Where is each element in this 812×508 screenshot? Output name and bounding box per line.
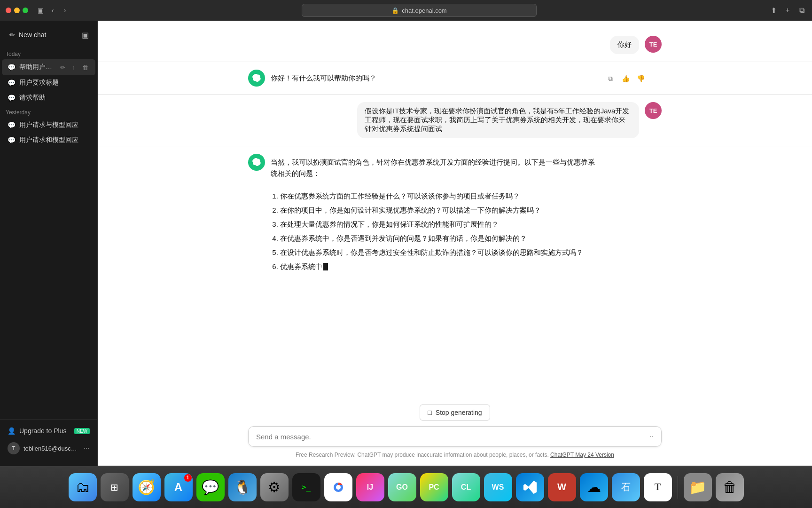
dock-item-idea[interactable]: IJ — [356, 473, 384, 501]
dock-item-launchpad[interactable]: ⊞ — [101, 473, 129, 501]
lock-icon: 🔒 — [391, 7, 399, 14]
copy-button-1[interactable]: ⧉ — [604, 72, 617, 85]
assistant-message-content-1: 你好！有什么我可以帮助你的吗？ ⧉ 👍 👎 — [271, 70, 600, 87]
dock-item-terminal[interactable]: >_ — [292, 473, 320, 501]
question-list: 你在优惠券系统方面的工作经验是什么？可以谈谈你参与的项目或者任务吗？ 在你的项目… — [271, 190, 600, 272]
dock-item-appstore[interactable]: A 1 — [164, 473, 193, 501]
yesterday-section-label: Yesterday — [0, 105, 97, 118]
user-row[interactable]: T tebilen516@duscore.com ··· — [2, 438, 95, 458]
dock-item-chrome[interactable] — [324, 473, 352, 501]
dock-item-trash[interactable]: 🗑 — [716, 473, 744, 501]
dock-item-clion[interactable]: CL — [452, 473, 480, 501]
chat-icon-3: 💬 — [8, 94, 16, 102]
sidebar-top: ✏ New chat ▣ — [0, 24, 97, 47]
url-text: chat.openai.com — [402, 7, 446, 14]
sidebar-item-user-title[interactable]: 💬 用户要求标题 — [2, 75, 95, 90]
sidebar-item-text-2: 用户要求标题 — [19, 79, 90, 87]
user-bubble-1: 你好 — [610, 36, 639, 54]
url-input[interactable]: 🔒 chat.openai.com — [302, 4, 537, 17]
new-tab-icon[interactable]: + — [783, 6, 792, 15]
user-name: tebilen516@duscore.com — [23, 445, 80, 452]
user-more-button[interactable]: ··· — [84, 444, 90, 452]
today-section-label: Today — [0, 47, 97, 59]
dock-item-webstorm[interactable]: WS — [484, 473, 512, 501]
disclaimer-link[interactable]: ChatGPT May 24 Version — [550, 452, 614, 458]
disclaimer-text: Free Research Preview. ChatGPT may produ… — [296, 452, 549, 458]
dock-item-safari[interactable]: 🧭 — [133, 473, 161, 501]
assistant-message-content-2: 当然，我可以扮演面试官的角色，针对你在优惠券系统开发方面的经验进行提问。以下是一… — [271, 154, 600, 275]
gpt-avatar-1 — [248, 70, 265, 87]
message-input[interactable] — [256, 433, 646, 441]
dock-item-typora[interactable]: T — [644, 473, 672, 501]
message-row-assistant-2: 当然，我可以扮演面试官的角色，针对你在优惠券系统开发方面的经验进行提问。以下是一… — [98, 148, 812, 281]
user-bubble-2: 假设你是IT技术专家，现在要求你扮演面试官的角色，我是有5年工作经验的Java开… — [357, 102, 639, 138]
send-button[interactable]: ·· — [649, 432, 654, 441]
new-chat-label: New chat — [19, 31, 46, 39]
user-avatar: T — [8, 442, 20, 454]
minimize-button[interactable] — [14, 8, 20, 13]
address-bar: 🔒 chat.openai.com — [73, 4, 765, 17]
thumbup-button-1[interactable]: 👍 — [619, 72, 632, 85]
dock-item-wps[interactable]: W — [548, 473, 576, 501]
chat-icon-1: 💬 — [8, 64, 16, 71]
close-button[interactable] — [6, 8, 11, 13]
share-icon[interactable]: ⬆ — [769, 6, 778, 15]
disclaimer: Free Research Preview. ChatGPT may produ… — [248, 452, 662, 458]
user-message-text-1: 你好 — [617, 40, 632, 48]
sidebar-item-help-request[interactable]: 💬 帮助用户的请求 ✏ ↑ 🗑 — [2, 59, 95, 75]
sidebar-toggle-icon[interactable]: ▣ — [36, 6, 45, 15]
share-button-1[interactable]: ↑ — [69, 63, 78, 72]
thumbdown-button-1[interactable]: 👎 — [634, 72, 647, 85]
dock-item-qq[interactable]: 🐧 — [228, 473, 257, 501]
question-item-5: 在设计优惠券系统时，你是否考虑过安全性和防止欺诈的措施？可以谈谈你的思路和实施方… — [280, 247, 600, 258]
user-message-text-2: 假设你是IT技术专家，现在要求你扮演面试官的角色，我是有5年工作经验的Java开… — [365, 107, 629, 133]
sidebar-item-request-help[interactable]: 💬 请求帮助 — [2, 90, 95, 105]
divider-1 — [98, 62, 812, 62]
dock-item-vscode[interactable] — [516, 473, 544, 501]
dock-item-finder[interactable]: 🗂 — [69, 473, 97, 501]
dock-separator — [678, 476, 678, 499]
message-row-assistant-1: 你好！有什么我可以帮助你的吗？ ⧉ 👍 👎 — [98, 64, 812, 92]
forward-button[interactable]: › — [60, 6, 70, 15]
upgrade-label: Upgrade to Plus — [19, 427, 66, 435]
new-chat-icon: ✏ — [9, 31, 15, 39]
dock-item-files[interactable]: 📁 — [684, 473, 712, 501]
dock: 🗂 ⊞ 🧭 A 1 💬 🐧 ⚙ >_ IJ GO PC CL WS W ☁ 石 … — [0, 466, 812, 508]
stop-generating-button[interactable]: □ Stop generating — [420, 405, 490, 421]
titlebar: ▣ ‹ › 🔒 chat.openai.com ⬆ + ⧉ — [0, 0, 812, 21]
stop-generating-label: Stop generating — [436, 409, 482, 416]
back-button[interactable]: ‹ — [48, 6, 57, 15]
new-badge: NEW — [74, 428, 90, 434]
dock-item-onedrive[interactable]: ☁ — [580, 473, 608, 501]
sidebar-item-text-4: 用户请求与模型回应 — [19, 121, 90, 129]
app-body: ✏ New chat ▣ Today 💬 帮助用户的请求 ✏ ↑ 🗑 💬 用户要… — [0, 21, 812, 466]
message-input-box: ·· — [248, 426, 662, 447]
user-avatar-1: TE — [645, 36, 662, 53]
delete-button-1[interactable]: 🗑 — [80, 63, 90, 72]
sidebar-item-text-1: 帮助用户的请求 — [19, 63, 54, 71]
question-item-2: 在你的项目中，你是如何设计和实现优惠券系统的？可以描述一下你的解决方案吗？ — [280, 205, 600, 216]
upgrade-button[interactable]: 👤 Upgrade to Plus NEW — [2, 423, 95, 438]
dock-item-pycharm[interactable]: PC — [420, 473, 448, 501]
chat-icon-5: 💬 — [8, 136, 16, 144]
message-row-user-2: 假设你是IT技术专家，现在要求你扮演面试官的角色，我是有5年工作经验的Java开… — [98, 96, 812, 144]
sidebar-item-yesterday-1[interactable]: 💬 用户请求与模型回应 — [2, 118, 95, 133]
question-item-6: 优惠券系统中 — [280, 261, 600, 272]
sidebar-bottom: 👤 Upgrade to Plus NEW T tebilen516@dusco… — [0, 419, 97, 462]
new-chat-button[interactable]: ✏ New chat — [6, 28, 78, 41]
dock-item-goland[interactable]: GO — [388, 473, 416, 501]
edit-button-1[interactable]: ✏ — [58, 63, 67, 72]
sidebar-item-yesterday-2[interactable]: 💬 用户请求和模型回应 — [2, 133, 95, 148]
dock-item-shimo[interactable]: 石 — [612, 473, 640, 501]
user-icon: 👤 — [8, 427, 16, 435]
assistant-intro-text: 当然，我可以扮演面试官的角色，针对你在优惠券系统开发方面的经验进行提问。以下是一… — [271, 157, 600, 179]
sidebar-toggle-button[interactable]: ▣ — [78, 28, 92, 41]
appstore-badge: 1 — [184, 474, 192, 482]
gpt-avatar-2 — [248, 154, 265, 171]
question-item-1: 你在优惠券系统方面的工作经验是什么？可以谈谈你参与的项目或者任务吗？ — [280, 190, 600, 202]
dock-item-settings[interactable]: ⚙ — [260, 473, 289, 501]
split-view-icon[interactable]: ⧉ — [797, 6, 806, 15]
dock-item-wechat[interactable]: 💬 — [196, 473, 225, 501]
fullscreen-button[interactable] — [23, 8, 28, 13]
chat-messages: 你好 TE 你好！有什么我可以帮助你的吗？ ⧉ 👍 👎 — [98, 21, 812, 399]
